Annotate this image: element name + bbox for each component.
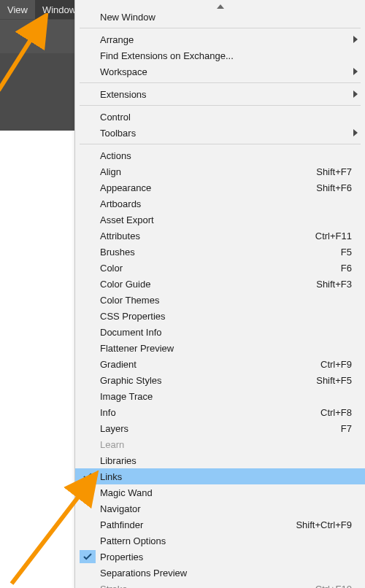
menu-item-label: Libraries xyxy=(100,455,352,466)
menu-item-magic-wand[interactable]: Magic Wand xyxy=(75,484,365,500)
menu-item-label: Layers xyxy=(100,423,341,434)
menu-item-label: Flattener Preview xyxy=(100,343,352,354)
menu-item-color-themes[interactable]: Color Themes xyxy=(75,292,365,308)
menu-item-label: Color Guide xyxy=(100,279,316,290)
menu-item-label: Find Extensions on Exchange... xyxy=(100,50,352,61)
menu-item-label: CSS Properties xyxy=(100,311,352,322)
menu-item-arrange[interactable]: Arrange xyxy=(75,31,365,47)
menu-item-pathfinder[interactable]: PathfinderShift+Ctrl+F9 xyxy=(75,517,365,533)
check-icon xyxy=(80,550,96,563)
menu-item-label: Align xyxy=(100,166,316,177)
menu-item-label: Stroke xyxy=(100,584,315,589)
menu-item-label: Attributes xyxy=(100,231,315,241)
menu-item-label: Graphic Styles xyxy=(100,375,316,386)
menu-item-artboards[interactable]: Artboards xyxy=(75,196,365,212)
menu-item-control[interactable]: Control xyxy=(75,109,365,125)
menu-item-shortcut: Shift+F7 xyxy=(316,166,352,177)
menu-item-shortcut: Shift+F6 xyxy=(316,182,352,193)
menu-item-label: Pattern Options xyxy=(100,535,352,546)
window-menu-dropdown: New WindowArrangeFind Extensions on Exch… xyxy=(74,0,365,588)
menu-item-actions[interactable]: Actions xyxy=(75,147,365,163)
menu-item-graphic-styles[interactable]: Graphic StylesShift+F5 xyxy=(75,372,365,388)
menu-item-label: New Window xyxy=(100,12,352,23)
menu-item-label: Color Themes xyxy=(100,295,352,306)
menu-item-label: Pathfinder xyxy=(100,519,296,530)
menu-separator xyxy=(80,28,361,28)
menu-item-label: Gradient xyxy=(100,359,320,370)
menu-item-info[interactable]: InfoCtrl+F8 xyxy=(75,404,365,420)
menu-item-toolbars[interactable]: Toolbars xyxy=(75,125,365,141)
menu-item-new-window[interactable]: New Window xyxy=(75,9,365,25)
menu-item-brushes[interactable]: BrushesF5 xyxy=(75,244,365,260)
menu-item-align[interactable]: AlignShift+F7 xyxy=(75,163,365,179)
menu-item-label: Properties xyxy=(100,552,352,562)
menu-item-shortcut: F7 xyxy=(341,423,352,434)
menu-item-asset-export[interactable]: Asset Export xyxy=(75,212,365,228)
chevron-right-icon xyxy=(353,66,358,77)
menu-item-learn: Learn xyxy=(75,436,365,452)
menu-separator xyxy=(80,144,361,144)
menu-item-label: Info xyxy=(100,407,320,418)
menu-item-label: Appearance xyxy=(100,182,316,193)
menu-item-extensions[interactable]: Extensions xyxy=(75,86,365,102)
menu-item-label: Image Trace xyxy=(100,391,352,402)
menu-item-workspace[interactable]: Workspace xyxy=(75,63,365,80)
menu-item-label: Workspace xyxy=(100,66,352,77)
check-icon xyxy=(80,470,96,483)
menu-view[interactable]: View xyxy=(0,0,35,19)
menu-item-navigator[interactable]: Navigator xyxy=(75,500,365,517)
menu-separator xyxy=(80,82,361,83)
menu-item-find-extensions-on-exchange[interactable]: Find Extensions on Exchange... xyxy=(75,47,365,63)
menu-item-properties[interactable]: Properties xyxy=(75,549,365,565)
menu-item-gradient[interactable]: GradientCtrl+F9 xyxy=(75,356,365,372)
menu-item-shortcut: F5 xyxy=(341,247,352,258)
menu-item-flattener-preview[interactable]: Flattener Preview xyxy=(75,340,365,356)
menu-item-attributes[interactable]: AttributesCtrl+F11 xyxy=(75,228,365,244)
menu-view-label: View xyxy=(7,4,28,15)
menu-item-label: Magic Wand xyxy=(100,487,352,498)
menu-item-label: Actions xyxy=(100,150,352,161)
menu-item-pattern-options[interactable]: Pattern Options xyxy=(75,533,365,549)
menu-item-label: Artboards xyxy=(100,198,352,209)
menu-item-label: Arrange xyxy=(100,34,352,45)
menu-item-shortcut: F6 xyxy=(341,263,352,274)
menu-separator xyxy=(80,105,361,106)
menu-item-label: Brushes xyxy=(100,247,341,258)
menu-item-css-properties[interactable]: CSS Properties xyxy=(75,308,365,324)
menu-item-label: Color xyxy=(100,263,341,274)
menu-item-color-guide[interactable]: Color GuideShift+F3 xyxy=(75,276,365,292)
chevron-right-icon xyxy=(353,89,358,100)
app-background: View Window New WindowArrangeFind Extens… xyxy=(0,0,365,588)
chevron-right-icon xyxy=(353,34,358,45)
menu-item-image-trace[interactable]: Image Trace xyxy=(75,388,365,404)
menu-item-label: Navigator xyxy=(100,503,352,514)
menu-item-document-info[interactable]: Document Info xyxy=(75,324,365,340)
menu-item-shortcut: Ctrl+F10 xyxy=(315,584,352,589)
menu-item-label: Learn xyxy=(100,439,352,450)
menu-item-label: Asset Export xyxy=(100,214,352,225)
chevron-right-icon xyxy=(353,128,358,139)
menu-item-color[interactable]: ColorF6 xyxy=(75,260,365,276)
menu-item-label: Control xyxy=(100,112,352,123)
menu-item-appearance[interactable]: AppearanceShift+F6 xyxy=(75,179,365,196)
menu-item-label: Extensions xyxy=(100,89,352,100)
menu-item-shortcut: Shift+Ctrl+F9 xyxy=(296,519,352,530)
menu-item-stroke[interactable]: StrokeCtrl+F10 xyxy=(75,581,365,588)
menu-item-libraries[interactable]: Libraries xyxy=(75,452,365,468)
menu-item-label: Separations Preview xyxy=(100,568,352,579)
menu-item-label: Links xyxy=(100,471,352,482)
menu-item-separations-preview[interactable]: Separations Preview xyxy=(75,565,365,581)
menu-item-label: Toolbars xyxy=(100,128,352,139)
menu-item-shortcut: Shift+F3 xyxy=(316,279,352,290)
menu-item-shortcut: Ctrl+F8 xyxy=(320,407,352,418)
menu-item-shortcut: Ctrl+F11 xyxy=(315,231,352,241)
menu-item-links[interactable]: Links xyxy=(75,468,365,484)
menu-item-shortcut: Ctrl+F9 xyxy=(320,359,352,370)
menu-item-layers[interactable]: LayersF7 xyxy=(75,420,365,436)
menu-item-label: Document Info xyxy=(100,327,352,338)
menu-item-shortcut: Shift+F5 xyxy=(316,375,352,386)
menu-window-label: Window xyxy=(42,4,76,15)
